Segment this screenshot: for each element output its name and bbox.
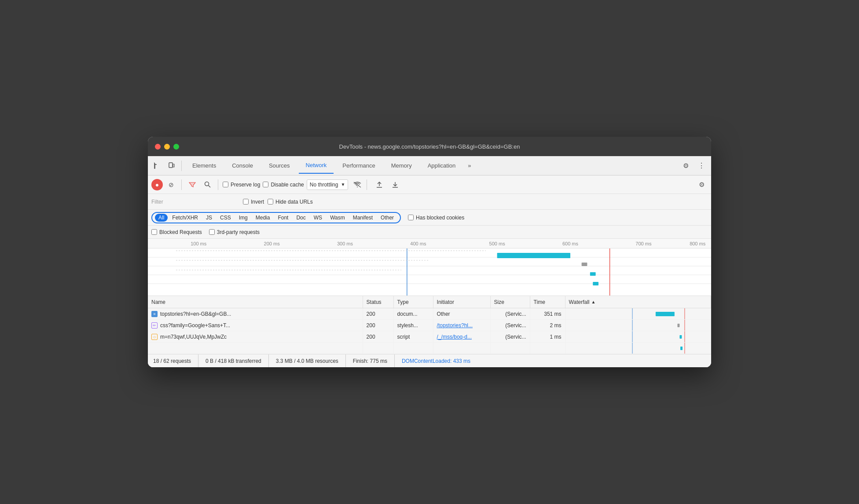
sort-arrow-icon: ▲ xyxy=(591,299,596,304)
close-button[interactable] xyxy=(155,144,161,150)
svg-rect-16 xyxy=(582,263,587,266)
row-2-size: (Servic... xyxy=(491,320,530,331)
type-filter-other[interactable]: Other xyxy=(377,214,397,222)
download-icon[interactable] xyxy=(389,179,401,191)
maximize-button[interactable] xyxy=(173,144,179,150)
table-row[interactable]: ○ m=n73qwf,UUJqVe,MpJwZc 200 script /_/m… xyxy=(148,331,711,343)
timeline-area: 100 ms 200 ms 300 ms 400 ms 500 ms 600 m… xyxy=(148,239,711,296)
hide-data-urls-checkbox[interactable]: Hide data URLs xyxy=(268,199,313,205)
blocked-requests-bar: Blocked Requests 3rd-party requests xyxy=(148,226,711,239)
row-3-name: ○ m=n73qwf,UUJqVe,MpJwZc xyxy=(148,331,363,342)
minimize-button[interactable] xyxy=(164,144,170,150)
tab-network[interactable]: Network xyxy=(299,158,334,174)
tab-elements[interactable]: Elements xyxy=(185,158,223,174)
search-icon[interactable] xyxy=(201,179,213,191)
col-header-name[interactable]: Name xyxy=(148,296,363,308)
filter-icon[interactable] xyxy=(186,179,198,191)
svg-rect-1 xyxy=(173,164,174,167)
doc-icon: ≡ xyxy=(151,311,158,317)
vertical-dots-icon: ⋮ xyxy=(698,161,705,170)
more-tabs-button[interactable]: » xyxy=(464,162,474,169)
filter-input[interactable] xyxy=(151,199,239,205)
filter-bar: Invert Hide data URLs xyxy=(148,194,711,210)
preserve-log-checkbox[interactable]: Preserve log xyxy=(223,182,260,188)
record-button[interactable]: ● xyxy=(151,179,163,190)
status-bar: 18 / 62 requests 0 B / 418 kB transferre… xyxy=(148,354,711,367)
col-header-time[interactable]: Time xyxy=(530,296,565,308)
type-filter-bar: All Fetch/XHR JS CSS Img Media Font Doc … xyxy=(148,210,711,226)
type-filter-ws[interactable]: WS xyxy=(310,214,326,222)
col-header-size[interactable]: Size xyxy=(491,296,530,308)
type-filter-media[interactable]: Media xyxy=(252,214,274,222)
more-options-icon[interactable]: ⋮ xyxy=(695,160,708,172)
col-header-status[interactable]: Status xyxy=(363,296,394,308)
row-3-waterfall xyxy=(565,331,711,342)
row-2-name: ✏ css?family=Google+Sans+T... xyxy=(148,320,363,331)
type-filter-manifest[interactable]: Manifest xyxy=(349,214,376,222)
col-header-type[interactable]: Type xyxy=(394,296,433,308)
resources-size: 3.3 MB / 4.0 MB resources xyxy=(269,354,346,367)
type-filter-js[interactable]: JS xyxy=(202,214,216,222)
svg-rect-22 xyxy=(655,312,674,316)
type-filter-doc[interactable]: Doc xyxy=(293,214,309,222)
row-1-waterfall xyxy=(565,308,711,319)
upload-icon[interactable] xyxy=(373,179,385,191)
css-icon: ✏ xyxy=(151,322,158,329)
inspector-icon[interactable] xyxy=(151,160,164,172)
type-filter-wasm[interactable]: Wasm xyxy=(327,214,349,222)
table-header: Name Status Type Initiator Size Time Wat… xyxy=(148,296,711,308)
tick-600ms: 600 ms xyxy=(562,241,578,246)
dom-content-loaded: DOMContentLoaded: 433 ms xyxy=(395,358,477,364)
has-blocked-cookies-checkbox[interactable]: Has blocked cookies xyxy=(408,215,464,221)
third-party-checkbox[interactable]: 3rd-party requests xyxy=(209,229,260,235)
row-2-initiator[interactable]: /topstories?hl... xyxy=(433,320,491,331)
row-4-status xyxy=(363,343,394,354)
table-row[interactable]: ✏ css?family=Google+Sans+T... 200 styles… xyxy=(148,320,711,331)
col-header-waterfall[interactable]: Waterfall ▲ xyxy=(565,296,711,308)
row-1-time: 351 ms xyxy=(530,308,565,319)
row-1-size: (Servic... xyxy=(491,308,530,319)
window-title: DevTools - news.google.com/topstories?hl… xyxy=(339,143,520,150)
type-filter-font[interactable]: Font xyxy=(274,214,292,222)
tab-memory[interactable]: Memory xyxy=(384,158,419,174)
row-3-initiator[interactable]: /_/mss/boq-d... xyxy=(433,331,491,342)
network-conditions-icon[interactable] xyxy=(352,180,362,190)
row-2-time: 2 ms xyxy=(530,320,565,331)
main-toolbar: Elements Console Sources Network Perform… xyxy=(148,156,711,175)
tick-700ms: 700 ms xyxy=(635,241,651,246)
row-4-size xyxy=(491,343,530,354)
device-toggle-icon[interactable] xyxy=(165,160,178,172)
type-filter-fetch[interactable]: Fetch/XHR xyxy=(169,214,202,222)
type-filter-css[interactable]: CSS xyxy=(217,214,235,222)
tab-application[interactable]: Application xyxy=(421,158,463,174)
throttle-select[interactable]: No throttling ▼ xyxy=(307,179,349,190)
col-header-initiator[interactable]: Initiator xyxy=(433,296,491,308)
row-4-waterfall xyxy=(565,343,711,354)
type-filter-all[interactable]: All xyxy=(155,214,168,222)
tick-300ms: 300 ms xyxy=(337,241,353,246)
network-settings-icon[interactable]: ⚙ xyxy=(695,179,708,191)
invert-checkbox[interactable]: Invert xyxy=(243,199,264,205)
controls-bar: ● ⊘ Preserve log Disable cac xyxy=(148,175,711,194)
clear-button[interactable]: ⊘ xyxy=(165,179,177,190)
timeline-content[interactable] xyxy=(148,248,711,296)
tab-console[interactable]: Console xyxy=(225,158,260,174)
separator xyxy=(181,179,182,190)
row-3-status: 200 xyxy=(363,331,394,342)
svg-point-2 xyxy=(205,182,209,186)
blocked-requests-checkbox[interactable]: Blocked Requests xyxy=(151,229,202,235)
table-row[interactable]: ≡ topstories?hl=en-GB&gl=GB... 200 docum… xyxy=(148,308,711,320)
gear-icon: ⚙ xyxy=(683,162,689,170)
type-filter-img[interactable]: Img xyxy=(235,214,251,222)
title-bar: DevTools - news.google.com/topstories?hl… xyxy=(148,137,711,156)
row-4-initiator xyxy=(433,343,491,354)
disable-cache-checkbox[interactable]: Disable cache xyxy=(263,182,304,188)
timeline-ruler: 100 ms 200 ms 300 ms 400 ms 500 ms 600 m… xyxy=(148,239,711,248)
row-3-type: script xyxy=(394,331,433,342)
requests-count: 18 / 62 requests xyxy=(153,354,198,367)
settings-icon[interactable]: ⚙ xyxy=(679,160,692,172)
svg-rect-17 xyxy=(590,272,596,276)
row-1-status: 200 xyxy=(363,308,394,319)
tab-performance[interactable]: Performance xyxy=(335,158,382,174)
tab-sources[interactable]: Sources xyxy=(262,158,297,174)
